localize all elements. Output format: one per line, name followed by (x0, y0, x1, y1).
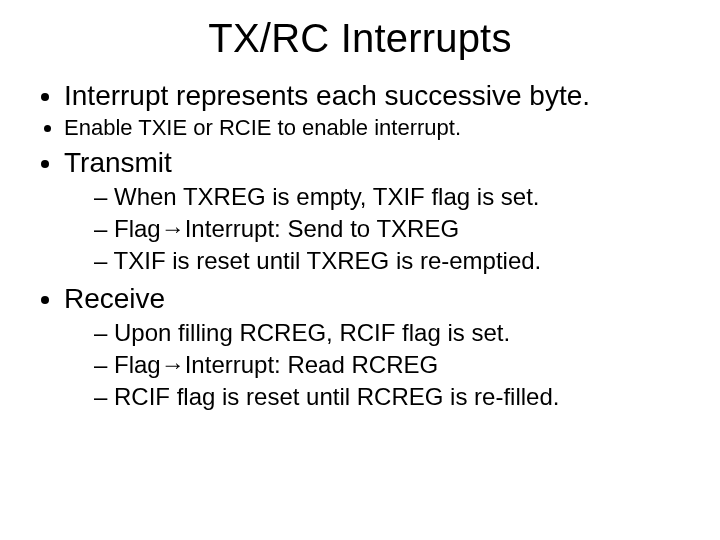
receive-sublist: Upon filling RCREG, RCIF flag is set. Fl… (64, 318, 692, 412)
bullet-receive-label: Receive (64, 283, 165, 314)
slide-title: TX/RC Interrupts (28, 16, 692, 61)
transmit-sub-3: TXIF is reset until TXREG is re-emptied. (94, 246, 692, 277)
transmit-sub-2: Flag→Interrupt: Send to TXREG (94, 214, 692, 245)
bullet-list: Interrupt represents each successive byt… (28, 79, 692, 413)
bullet-enable-txie-rcie: Enable TXIE or RCIE to enable interrupt. (64, 115, 692, 142)
bullet-transmit-label: Transmit (64, 147, 172, 178)
bullet-transmit: Transmit When TXREG is empty, TXIF flag … (64, 146, 692, 276)
bullet-receive: Receive Upon filling RCREG, RCIF flag is… (64, 282, 692, 412)
receive-sub-3: RCIF flag is reset until RCREG is re-fil… (94, 382, 692, 413)
receive-sub-2: Flag→Interrupt: Read RCREG (94, 350, 692, 381)
transmit-sub-1: When TXREG is empty, TXIF flag is set. (94, 182, 692, 213)
bullet-interrupt-represents: Interrupt represents each successive byt… (64, 79, 692, 113)
receive-sub-1: Upon filling RCREG, RCIF flag is set. (94, 318, 692, 349)
slide: TX/RC Interrupts Interrupt represents ea… (0, 0, 720, 540)
transmit-sublist: When TXREG is empty, TXIF flag is set. F… (64, 182, 692, 276)
